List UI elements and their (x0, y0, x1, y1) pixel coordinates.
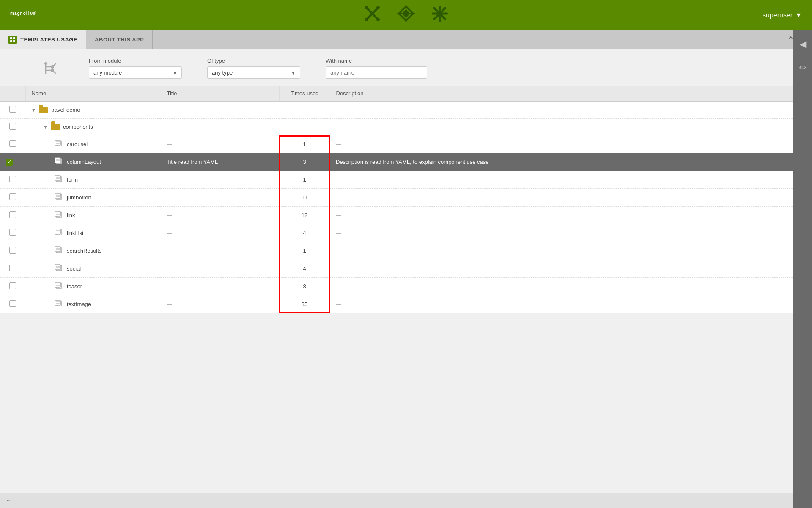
tools-icon[interactable] (364, 6, 380, 25)
row-times-used-cell: 12 (279, 207, 330, 224)
row-checkbox[interactable] (9, 265, 16, 271)
of-type-arrow: ▼ (291, 70, 296, 75)
row-title-cell: — (161, 295, 279, 313)
of-type-select[interactable]: any type ▼ (207, 66, 300, 79)
row-title-cell: — (161, 171, 279, 189)
row-description-cell: — (330, 295, 805, 313)
row-checkbox[interactable] (9, 140, 16, 147)
table-row[interactable]: teaser—8— (0, 278, 805, 295)
row-description-cell: — (330, 260, 805, 278)
row-description-cell: — (330, 101, 805, 119)
main-content: From module any module ▼ Of type any typ… (0, 49, 812, 508)
tab-about-this-app[interactable]: ABOUT THIS APP (86, 30, 153, 49)
user-menu[interactable]: superuser ▼ (763, 11, 802, 19)
table-row[interactable]: searchResults—1— (0, 242, 805, 260)
row-name-text: link (67, 212, 75, 218)
with-name-label: With name (326, 58, 427, 64)
collapse-panel-icon[interactable]: ◀ (800, 39, 806, 49)
row-checkbox[interactable] (9, 211, 16, 218)
row-checkbox[interactable]: ✓ (6, 159, 13, 166)
component-icon (55, 282, 63, 291)
tab-templates-usage[interactable]: TEMPLATES USAGE (0, 30, 86, 49)
table-area: Name Title Times used Description ▼trave… (0, 86, 812, 493)
templates-usage-icon (8, 36, 17, 44)
row-name-text: searchResults (67, 248, 102, 254)
row-times-used-cell: 1 (279, 171, 330, 189)
table-row[interactable]: ▼travel-demo——— (0, 101, 805, 119)
svg-rect-15 (13, 37, 15, 39)
table-row[interactable]: textImage—35— (0, 295, 805, 313)
svg-rect-14 (10, 37, 12, 39)
table-row[interactable]: jumbotron—11— (0, 189, 805, 207)
header-times-used: Times used (279, 86, 330, 101)
svg-rect-47 (55, 229, 60, 234)
folder-icon (39, 107, 48, 113)
row-checkbox-cell (0, 224, 25, 242)
header-description: Description (330, 86, 805, 101)
svg-rect-31 (55, 158, 60, 163)
center-icon[interactable] (397, 5, 415, 26)
table-row[interactable]: ▼components——— (0, 119, 805, 135)
row-checkbox[interactable] (9, 229, 16, 236)
svg-point-2 (365, 6, 368, 9)
row-checkbox-cell (0, 207, 25, 224)
table-row[interactable]: link—12— (0, 207, 805, 224)
row-name-text: components (63, 124, 93, 130)
top-bar: magnolia® (0, 0, 812, 30)
expand-arrow-icon[interactable]: ▼ (43, 124, 48, 130)
row-checkbox[interactable] (9, 106, 16, 113)
row-name-cell: link (25, 207, 161, 224)
table-row[interactable]: social—4— (0, 260, 805, 278)
row-checkbox[interactable] (9, 123, 16, 130)
row-name-cell: form (25, 171, 161, 189)
expand-arrow-icon[interactable]: ▼ (31, 108, 36, 113)
svg-rect-39 (55, 193, 60, 199)
row-name-cell: textImage (25, 295, 161, 313)
row-checkbox[interactable] (9, 247, 16, 254)
row-checkbox[interactable] (9, 282, 16, 289)
row-times-used-cell: 1 (279, 135, 330, 153)
table-row[interactable]: linkList—4— (0, 224, 805, 242)
table-row[interactable]: carousel—1— (0, 135, 805, 153)
edit-panel-icon[interactable]: ✏ (799, 63, 807, 73)
row-checkbox-cell (0, 135, 25, 153)
of-type-filter: Of type any type ▼ (207, 58, 300, 79)
row-name-text: social (67, 265, 81, 272)
with-name-input[interactable] (326, 66, 427, 79)
svg-rect-43 (55, 211, 60, 216)
collapse-button[interactable]: ⌃ (787, 35, 794, 44)
row-name-cell: searchResults (25, 242, 161, 260)
row-checkbox[interactable] (9, 300, 16, 307)
component-icon (55, 246, 63, 255)
row-checkbox[interactable] (9, 193, 16, 200)
table-row[interactable]: ✓ columnLayoutTitle read from YAML3Descr… (0, 153, 805, 171)
table-row[interactable]: form—1— (0, 171, 805, 189)
row-checkbox-cell: ✓ (0, 153, 25, 171)
row-checkbox[interactable] (9, 176, 16, 182)
svg-rect-17 (13, 40, 15, 42)
from-module-select[interactable]: any module ▼ (89, 66, 182, 79)
from-module-filter: From module any module ▼ (89, 58, 182, 79)
row-times-used-cell: 8 (279, 278, 330, 295)
row-name-cell: social (25, 260, 161, 278)
table-scroll-container[interactable]: Name Title Times used Description ▼trave… (0, 86, 805, 493)
component-icon (55, 175, 63, 184)
row-description-cell: — (330, 119, 805, 135)
row-checkbox-cell (0, 119, 25, 135)
status-bar: ~ (0, 493, 812, 508)
row-title-cell: — (161, 189, 279, 207)
row-times-used-cell: 4 (279, 260, 330, 278)
row-checkbox-cell (0, 242, 25, 260)
svg-rect-16 (10, 40, 12, 42)
tab-bar: TEMPLATES USAGE ABOUT THIS APP ⌃ ✕ (0, 30, 812, 49)
header-title: Title (161, 86, 279, 101)
asterisk-icon[interactable] (432, 6, 448, 25)
svg-point-21 (44, 62, 47, 65)
row-times-used-cell: 3 (279, 153, 330, 171)
component-icon (55, 229, 63, 237)
row-title-cell: — (161, 101, 279, 119)
tree-icon (42, 60, 59, 77)
filter-bar: From module any module ▼ Of type any typ… (0, 49, 812, 86)
row-name-text: carousel (67, 141, 88, 147)
row-name-cell: linkList (25, 224, 161, 242)
